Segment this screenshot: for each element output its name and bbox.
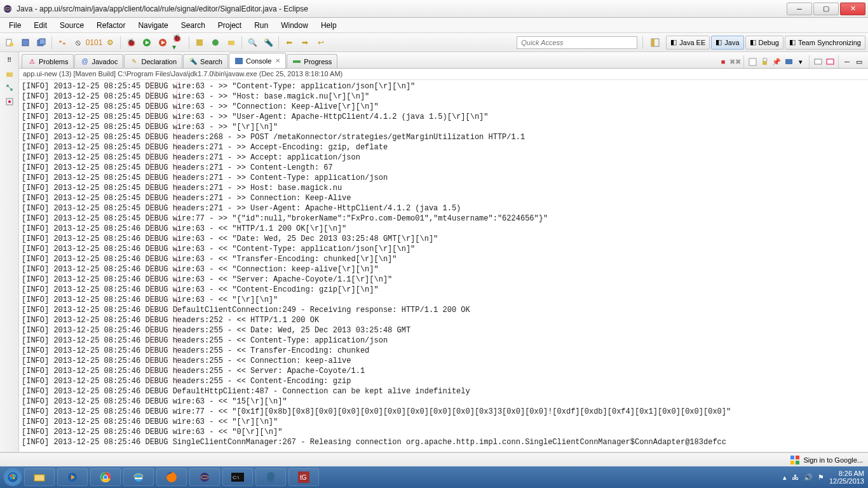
maximize-view-button[interactable]: ▭ xyxy=(854,57,864,67)
show-console-error-button[interactable] xyxy=(825,57,835,67)
debug-button[interactable]: 🐞 xyxy=(124,36,138,50)
taskbar-eclipse[interactable] xyxy=(189,468,220,486)
menu-project[interactable]: Project xyxy=(212,20,248,31)
close-icon[interactable]: ✕ xyxy=(275,57,280,64)
save-all-button[interactable] xyxy=(34,36,48,50)
type-hierarchy-icon[interactable] xyxy=(4,83,15,93)
menu-window[interactable]: Window xyxy=(275,20,315,31)
start-button[interactable] xyxy=(4,468,22,486)
svg-rect-15 xyxy=(228,41,234,45)
tab-javadoc[interactable]: @Javadoc xyxy=(74,54,123,68)
svg-line-21 xyxy=(8,86,11,90)
nav-back-button[interactable]: ⬅ xyxy=(282,36,296,50)
tray-clock[interactable]: 8:26 AM 12/25/2013 xyxy=(829,470,864,485)
window-titlebar: Java - app.ui/src/main/java/app/client/l… xyxy=(0,0,868,18)
new-button[interactable] xyxy=(3,36,17,50)
tab-problems[interactable]: ⚠Problems xyxy=(22,54,74,68)
show-console-output-button[interactable] xyxy=(813,57,823,67)
svg-rect-31 xyxy=(790,456,794,459)
team-sync-icon: ◧ xyxy=(789,38,796,46)
display-console-button[interactable] xyxy=(783,57,794,67)
open-perspective-button[interactable] xyxy=(648,36,662,50)
terminate-button[interactable]: ■ xyxy=(718,57,728,67)
window-title: Java - app.ui/src/main/java/app/client/l… xyxy=(17,4,787,13)
taskbar-ie[interactable] xyxy=(123,468,154,486)
restore-icon[interactable]: ⠿ xyxy=(4,55,15,65)
tab-declaration[interactable]: ✎Declaration xyxy=(124,54,182,68)
tray-volume-icon[interactable]: 🔊 xyxy=(804,473,813,482)
svg-point-0 xyxy=(4,5,11,13)
minimize-button[interactable]: ─ xyxy=(787,3,812,15)
search-icon: 🔦 xyxy=(189,57,198,66)
tab-console[interactable]: Console✕ xyxy=(229,53,286,68)
taskbar-explorer[interactable] xyxy=(24,468,55,486)
javadoc-icon: @ xyxy=(80,57,89,66)
google-signin-label[interactable]: Sign in to Google... xyxy=(803,456,863,464)
perspective-team-synchronizing[interactable]: ◧Team Synchronizing xyxy=(785,36,865,50)
tray-action-center-icon[interactable]: ⚑ xyxy=(818,473,824,482)
remove-all-terminated-button[interactable]: ✖✖ xyxy=(730,57,740,67)
new-class-button[interactable] xyxy=(208,36,222,50)
menu-source[interactable]: Source xyxy=(53,20,90,31)
taskbar-firefox[interactable] xyxy=(156,468,187,486)
close-button[interactable]: ✕ xyxy=(840,3,865,15)
perspective-debug[interactable]: ◧Debug xyxy=(745,36,783,50)
search-button[interactable]: 🔦 xyxy=(261,36,275,50)
svg-text:tG: tG xyxy=(300,474,307,481)
run-button[interactable] xyxy=(140,36,154,50)
save-button[interactable] xyxy=(18,36,32,50)
clear-console-button[interactable] xyxy=(747,57,757,67)
nav-forward-button[interactable]: ➡ xyxy=(298,36,312,50)
perspective-java[interactable]: ◧Java xyxy=(711,36,743,50)
svg-rect-25 xyxy=(293,60,301,63)
google-signin-icon[interactable] xyxy=(790,456,799,464)
menu-run[interactable]: Run xyxy=(248,20,275,31)
new-folder-button[interactable] xyxy=(224,36,238,50)
debug-last-button[interactable]: 🐞▾ xyxy=(172,36,186,50)
package-explorer-icon[interactable] xyxy=(4,69,15,79)
maximize-button[interactable]: ▢ xyxy=(813,3,839,15)
tab-search[interactable]: 🔦Search xyxy=(183,54,228,68)
svg-rect-37 xyxy=(13,475,15,477)
build-button[interactable]: 0101 xyxy=(87,36,101,50)
scroll-lock-button[interactable] xyxy=(759,57,770,67)
menu-search[interactable]: Search xyxy=(175,20,212,31)
taskbar-cmd[interactable]: C:\ xyxy=(222,468,253,486)
open-type-button[interactable]: 🔍 xyxy=(245,36,259,50)
svg-rect-36 xyxy=(10,475,12,477)
pin-console-button[interactable]: 📌 xyxy=(771,57,782,67)
debug-icon: ◧ xyxy=(750,38,756,46)
perspective-java-ee[interactable]: ◧Java EE xyxy=(666,36,710,50)
menu-help[interactable]: Help xyxy=(315,20,343,31)
svg-rect-38 xyxy=(10,477,12,479)
svg-point-48 xyxy=(200,473,209,482)
menu-edit[interactable]: Edit xyxy=(27,20,53,31)
tab-progress[interactable]: Progress xyxy=(287,54,337,68)
run-external-button[interactable] xyxy=(156,36,170,50)
last-edit-button[interactable]: ↩ xyxy=(314,36,328,50)
skip-breakpoints-button[interactable]: ⦸ xyxy=(71,36,85,50)
taskbar-chrome[interactable] xyxy=(90,468,121,486)
taskbar-tortoisegit[interactable]: tG xyxy=(288,468,319,486)
launch-info: app.ui-new (13) [Maven Build] C:\Program… xyxy=(19,69,868,80)
taskbar-mediaplayer[interactable] xyxy=(57,468,88,486)
navigator-icon[interactable] xyxy=(4,97,15,107)
toggle-breadcrumb-button[interactable] xyxy=(55,36,69,50)
menu-file[interactable]: File xyxy=(3,20,27,31)
tray-network-icon[interactable]: 🖧 xyxy=(792,473,799,481)
taskbar-pgadmin[interactable] xyxy=(255,468,286,486)
quick-access-input[interactable] xyxy=(517,36,637,49)
new-package-button[interactable] xyxy=(193,36,207,50)
menu-navigate[interactable]: Navigate xyxy=(132,20,174,31)
menu-refactor[interactable]: Refactor xyxy=(90,20,132,31)
open-console-button[interactable]: ▾ xyxy=(796,57,806,67)
console-output[interactable]: [INFO] 2013-12-25 08:25:45 DEBUG wire:63… xyxy=(19,80,868,452)
compare-button[interactable]: ⚙ xyxy=(103,36,117,50)
svg-rect-33 xyxy=(790,461,794,464)
tray-show-hidden-icon[interactable]: ▴ xyxy=(783,473,787,482)
minimize-view-button[interactable]: ─ xyxy=(842,57,852,67)
progress-icon xyxy=(292,57,301,66)
svg-rect-17 xyxy=(651,39,654,46)
workspace: ⠿ ⚠Problems@Javadoc✎Declaration🔦SearchCo… xyxy=(0,52,868,452)
svg-rect-32 xyxy=(796,456,799,459)
